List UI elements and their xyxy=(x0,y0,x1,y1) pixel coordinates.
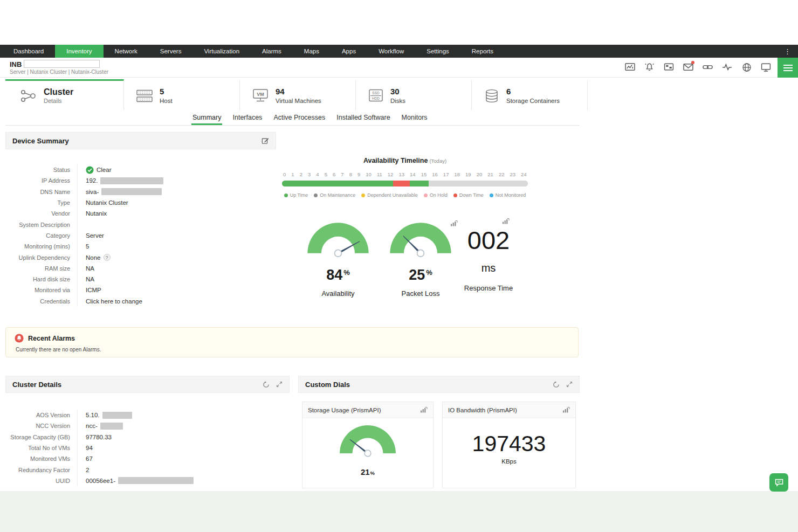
subtab-label: Active Processes xyxy=(273,114,325,121)
dial-title: IO Bandwidth (PrismAPI) xyxy=(448,407,517,413)
panel-title: Device Summary xyxy=(12,137,69,145)
nav-label: Dashboard xyxy=(13,48,44,54)
hour-tick: 11 xyxy=(377,171,382,177)
refresh-icon[interactable] xyxy=(553,381,560,388)
svg-text:VM: VM xyxy=(257,91,264,96)
mail-unread-badge xyxy=(691,61,694,64)
card-title: Cluster xyxy=(44,87,73,97)
nav-servers[interactable]: Servers xyxy=(149,45,193,58)
legend-label: Dependent Unavailable xyxy=(367,192,418,198)
summary-row-status: Status Clear xyxy=(5,164,276,175)
mini-chart-icon[interactable] xyxy=(420,406,428,413)
mail-icon[interactable] xyxy=(683,62,693,72)
hour-tick: 4 xyxy=(316,171,319,177)
refresh-icon[interactable] xyxy=(263,381,270,388)
timeline-segment xyxy=(429,181,528,186)
subtab-summary[interactable]: Summary xyxy=(191,111,222,125)
card-subtitle: Details xyxy=(44,98,73,104)
mini-chart-icon[interactable] xyxy=(502,217,510,225)
redacted-value xyxy=(102,412,132,419)
tab-storage-containers[interactable]: 6 Storage Containers xyxy=(472,79,588,110)
nav-label: Alarms xyxy=(262,48,281,54)
cluster-row-total-vms: Total No of VMs 94 xyxy=(5,443,290,453)
disk-icon: SSDHDD xyxy=(368,89,383,102)
legend-item: Up Time xyxy=(284,192,308,198)
nav-apps[interactable]: Apps xyxy=(331,45,367,58)
nav-overflow-icon[interactable]: ⋮ xyxy=(777,45,798,58)
tab-disks[interactable]: SSDHDD 30 Disks xyxy=(356,79,472,110)
support-chat-button[interactable] xyxy=(769,473,788,492)
response-time-label: Response Time xyxy=(449,284,528,292)
nav-label: Virtualization xyxy=(204,48,239,54)
expand-icon[interactable] xyxy=(276,381,283,388)
legend-item: Not Monitored xyxy=(490,192,526,198)
availability-label: Availability xyxy=(298,289,379,298)
cluster-row-storage-capacity: Storage Capacity (GB) 97780.33 xyxy=(5,432,290,443)
subtab-active-processes[interactable]: Active Processes xyxy=(272,111,326,125)
timeline-bar[interactable] xyxy=(282,181,528,186)
nav-alarms[interactable]: Alarms xyxy=(251,45,293,58)
subtab-installed-software[interactable]: Installed Software xyxy=(335,111,391,125)
expand-icon[interactable] xyxy=(566,381,573,388)
nav-virtualization[interactable]: Virtualization xyxy=(192,45,251,58)
hour-tick: 17 xyxy=(443,171,449,177)
response-time-value: 002 xyxy=(449,227,528,253)
timeline-segment xyxy=(393,181,409,186)
tab-virtual-machines[interactable]: VM 94 Virtual Machines xyxy=(240,79,356,110)
nav-maps[interactable]: Maps xyxy=(293,45,331,58)
hour-tick: 19 xyxy=(465,171,471,177)
cluster-row-aos: AOS Version 5.10. xyxy=(5,410,290,420)
help-icon[interactable]: ? xyxy=(104,254,111,261)
cluster-details-header: Cluster Details xyxy=(5,376,290,393)
mini-chart-icon[interactable] xyxy=(562,406,570,413)
nav-workflow[interactable]: Workflow xyxy=(367,45,415,58)
credentials-change-link[interactable]: Click here to change xyxy=(86,298,142,305)
link-icon[interactable] xyxy=(703,62,713,72)
cluster-row-redundancy: Redundancy Factor 2 xyxy=(5,464,290,475)
hour-tick: 9 xyxy=(357,171,360,177)
summary-row-dns: DNS Name siva- xyxy=(5,186,276,197)
page-footer-background xyxy=(0,491,798,532)
summary-row-monitored-via: Monitored via ICMP xyxy=(5,285,276,295)
subtab-interfaces[interactable]: Interfaces xyxy=(231,111,263,125)
nav-settings[interactable]: Settings xyxy=(415,45,460,58)
top-nav: Dashboard Inventory Network Servers Virt… xyxy=(0,45,798,58)
subtab-monitors[interactable]: Monitors xyxy=(401,111,429,125)
status-clear-icon xyxy=(86,166,94,174)
hour-tick: 3 xyxy=(308,171,311,177)
detail-subtabs: Summary Interfaces Active Processes Inst… xyxy=(5,111,580,126)
cluster-icon xyxy=(19,88,37,103)
recent-alarms-title: Recent Alarms xyxy=(28,335,75,342)
remote-screen-icon[interactable] xyxy=(761,62,771,72)
activity-pulse-icon[interactable] xyxy=(722,62,732,72)
summary-row-hard-disk: Hard disk size NA xyxy=(5,274,276,285)
legend-label: Up Time xyxy=(290,192,308,198)
storage-usage-value: 21% xyxy=(302,467,433,476)
nav-label: Servers xyxy=(160,48,182,54)
performance-monitor-icon[interactable] xyxy=(625,62,635,72)
hour-tick: 24 xyxy=(521,171,527,177)
widgets-icon[interactable] xyxy=(664,62,674,72)
nav-reports[interactable]: Reports xyxy=(460,45,505,58)
tab-host[interactable]: 5 Host xyxy=(124,79,240,110)
breadcrumb: Server | Nutanix Cluster | Nutanix-Clust… xyxy=(10,69,108,75)
nav-inventory[interactable]: Inventory xyxy=(55,45,103,58)
tab-cluster-details[interactable]: Cluster Details xyxy=(5,79,124,110)
recent-alarms-message: Currently there are no open Alarms. xyxy=(16,347,578,353)
nav-dashboard[interactable]: Dashboard xyxy=(2,45,55,58)
gauge-arc xyxy=(336,425,400,459)
cluster-details-body: AOS Version 5.10. NCC Version ncc- Stora… xyxy=(5,393,290,486)
web-globe-icon[interactable] xyxy=(741,62,752,72)
edit-icon[interactable] xyxy=(262,137,269,144)
summary-row-ram: RAM size NA xyxy=(5,263,276,274)
nav-network[interactable]: Network xyxy=(104,45,149,58)
hour-tick: 20 xyxy=(477,171,483,177)
alarm-bell-icon[interactable] xyxy=(644,62,655,72)
legend-item: Dependent Unavailable xyxy=(361,192,418,198)
summary-row-monitoring-interval: Monitoring (mins) 5 xyxy=(5,241,276,252)
io-bandwidth-dial-card: IO Bandwidth (PrismAPI) 197433 KBps xyxy=(442,402,576,488)
device-name-input[interactable] xyxy=(24,60,100,68)
hour-tick: 14 xyxy=(410,171,416,177)
mini-chart-icon[interactable] xyxy=(450,219,458,227)
hamburger-menu-button[interactable] xyxy=(778,58,798,78)
